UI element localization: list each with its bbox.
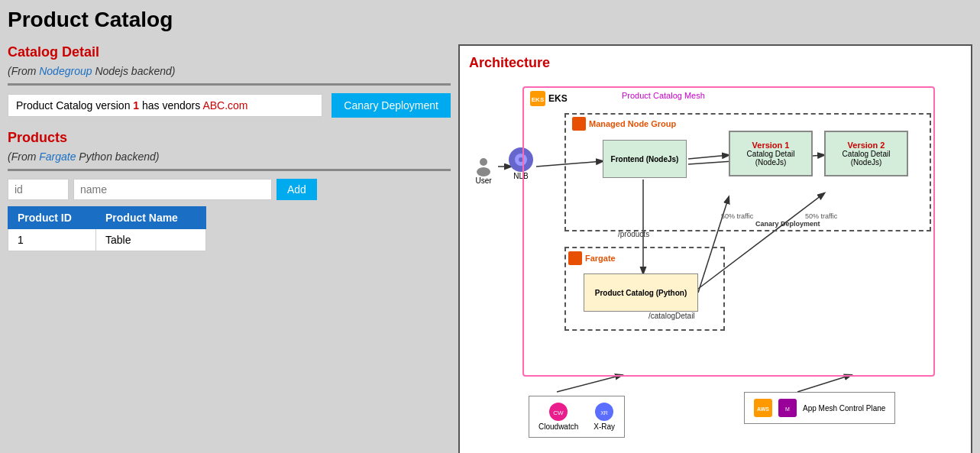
version2-box: Version 2 Catalog Detail (NodeJs) — [824, 131, 908, 176]
traffic-right-label: 50% traffic — [805, 212, 837, 220]
left-panel: Catalog Detail (From Nodegroup Nodejs ba… — [8, 44, 451, 453]
appmesh-block: AWS M App Mesh Control Plane — [744, 392, 895, 424]
svg-line-8 — [797, 375, 851, 392]
mesh-ctrl-icon: M — [778, 399, 797, 417]
catalog-route-label: /catalogDetail — [648, 312, 695, 320]
products-route-label: /products — [618, 230, 649, 238]
svg-text:M: M — [785, 406, 790, 412]
page-title: Product Catalog — [8, 8, 972, 32]
python-catalog-box: Product Catalog (Python) — [584, 273, 698, 312]
products-title: Products — [8, 130, 451, 146]
svg-text:XR: XR — [600, 410, 608, 416]
xray-icon: XR — [595, 403, 613, 421]
managed-node-label: Managed Node Group — [572, 117, 676, 131]
svg-text:CW: CW — [553, 409, 564, 416]
add-product-button[interactable]: Add — [277, 179, 317, 200]
fargate-label: Fargate — [568, 251, 616, 265]
cloudwatch-icon: CW — [549, 403, 568, 421]
table-row: 1Table — [8, 229, 206, 251]
svg-text:AWS: AWS — [757, 406, 769, 412]
architecture-title: Architecture — [469, 55, 962, 71]
col-product-id: Product ID — [8, 207, 96, 229]
catalog-detail-box: Product Catalog version 1 has vendors AB… — [8, 94, 322, 117]
svg-text:EKS: EKS — [532, 96, 545, 103]
catalog-detail-row: Product Catalog version 1 has vendors AB… — [8, 93, 451, 118]
cell-product-name: Table — [96, 229, 206, 251]
user-block: User — [473, 155, 494, 185]
products-section: Products (From Fargate Python backend) A… — [8, 130, 451, 251]
catalog-from-text: (From Nodegroup Nodejs backend) — [8, 65, 451, 77]
architecture-panel: Architecture — [458, 44, 972, 453]
cloudwatch-item: CW Cloudwatch — [539, 403, 578, 431]
eks-label: EKS EKS — [530, 91, 568, 106]
fargate-link[interactable]: Fargate — [39, 150, 76, 163]
user-label: User — [475, 176, 491, 185]
managed-icon — [572, 117, 586, 131]
fargate-icon — [568, 251, 582, 265]
product-name-input[interactable] — [73, 179, 272, 200]
canary-label: Canary Deployment — [755, 220, 820, 228]
xray-label: X-Ray — [593, 422, 615, 431]
catalog-divider — [8, 83, 451, 86]
eks-text: EKS — [548, 93, 568, 104]
mesh-label: Product Catalog Mesh — [622, 91, 705, 100]
frontend-box: Frontend (NodeJs) — [603, 140, 687, 178]
col-product-name: Product Name — [96, 207, 206, 229]
svg-point-10 — [477, 167, 490, 176]
eks-icon: EKS — [530, 91, 545, 106]
catalog-detail-title: Catalog Detail — [8, 44, 451, 60]
version1-box: Version 1 Catalog Detail (NodeJs) — [729, 131, 813, 176]
product-id-input[interactable] — [8, 179, 69, 200]
products-divider — [8, 169, 451, 171]
architecture-diagram: User NLB — [469, 79, 950, 453]
svg-line-7 — [557, 375, 622, 392]
products-table: Product ID Product Name 1Table — [8, 206, 206, 251]
canary-deployment-button[interactable]: Canary Deployment — [332, 93, 451, 118]
products-from-text: (From Fargate Python backend) — [8, 150, 451, 163]
add-product-row: Add — [8, 179, 451, 200]
xray-item: XR X-Ray — [593, 403, 615, 431]
traffic-left-label: 50% traffic — [721, 212, 753, 220]
cloudwatch-label: Cloudwatch — [539, 422, 578, 431]
monitoring-block: CW Cloudwatch XR X-Ray — [529, 396, 625, 438]
cell-product-id: 1 — [8, 229, 96, 251]
appmesh-label: App Mesh Control Plane — [803, 404, 885, 413]
nodegroup-link[interactable]: Nodegroup — [39, 65, 92, 77]
aws-icon: AWS — [754, 399, 772, 417]
svg-point-9 — [480, 158, 487, 166]
